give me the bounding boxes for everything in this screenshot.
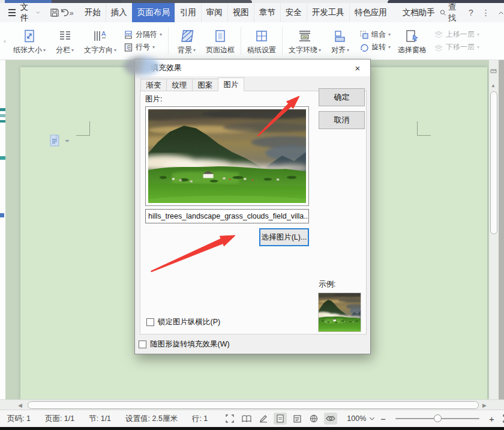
tab-insert[interactable]: 插入 (106, 3, 132, 22)
fullscreen-icon[interactable] (223, 413, 236, 425)
save-button[interactable] (50, 6, 59, 19)
bring-forward-label: 上移一层 (446, 29, 475, 40)
divider (282, 27, 283, 55)
rotate-icon (359, 43, 369, 52)
lock-aspect-checkbox-row[interactable]: 锁定图片纵横比(P) (146, 317, 220, 327)
selection-pane-label: 选择窗格 (398, 45, 427, 55)
select-picture-button[interactable]: 选择图片(L)... (259, 228, 309, 246)
find-button[interactable]: 查找 (440, 2, 460, 23)
sample-label: 示例: (319, 279, 335, 289)
vertical-scroll-thumb[interactable] (490, 91, 497, 234)
columns-label: 分栏 (56, 45, 70, 55)
paper-size-button[interactable]: 纸张大小▾ (10, 22, 49, 59)
more-menu-icon[interactable]: ⋮ (482, 8, 490, 17)
columns-button[interactable]: 分栏▾ (49, 22, 80, 59)
text-wrap-button[interactable]: 文字环绕▾ (285, 22, 325, 59)
chevron-down-icon (36, 11, 40, 14)
rotate-fill-checkbox-row[interactable]: 随图形旋转填充效果(W) (139, 339, 230, 350)
tab-special-apps[interactable]: 特色应用 (349, 3, 392, 22)
scroll-left-icon[interactable]: ◀ (18, 402, 22, 408)
page-border-label: 页面边框 (206, 45, 235, 55)
line-numbers-button[interactable]: 1 行号▾ (124, 42, 162, 52)
menu-bar: 文件 » 开始 插入 页面布局 引用 审阅 视图 章节 安全 开发工具 特色应用… (0, 3, 504, 22)
dialog-tabs: 渐变 纹理 图案 图片 (140, 77, 244, 91)
print-layout-icon[interactable] (274, 413, 287, 425)
lock-aspect-checkbox[interactable] (146, 318, 154, 326)
dialog-titlebar[interactable]: 填充效果 (135, 59, 370, 76)
selection-pane-button[interactable]: 选择窗格 (394, 22, 430, 59)
manuscript-grid-button[interactable]: 稿纸设置 (244, 22, 280, 59)
status-section[interactable]: 节: 1/1 (82, 414, 118, 424)
zoom-slider-handle[interactable] (434, 414, 442, 422)
eye-protection-icon[interactable] (324, 413, 337, 425)
status-page-count[interactable]: 页面: 1/1 (38, 414, 82, 424)
close-icon[interactable]: × (350, 61, 365, 74)
cancel-button[interactable]: 取消 (319, 111, 365, 129)
text-direction-button[interactable]: A 文字方向▾ (80, 22, 120, 59)
align-button[interactable]: 对齐▾ (325, 22, 356, 59)
tab-picture[interactable]: 图片 (218, 77, 244, 91)
align-label: 对齐 (331, 45, 346, 55)
picture-label: 图片: (145, 94, 162, 104)
dialog-title: 填充效果 (151, 62, 182, 73)
status-setting-value[interactable]: 设置值: 2.5厘米 (118, 414, 185, 424)
group-icon (359, 30, 369, 40)
collapse-ribbon-icon[interactable] (499, 11, 503, 15)
tab-page-layout[interactable]: 页面布局 (132, 3, 175, 22)
help-icon[interactable]: ? (469, 8, 473, 17)
tab-references[interactable]: 引用 (175, 3, 201, 22)
status-line[interactable]: 行: 1 (185, 414, 215, 424)
landscape-image (148, 109, 306, 203)
ribbon-tab-strip: 开始 插入 页面布局 引用 审阅 视图 章节 安全 开发工具 特色应用 文档助手 (80, 3, 440, 22)
breaks-button[interactable]: 分隔符▾ (124, 29, 162, 40)
tab-dev-tools[interactable]: 开发工具 (307, 3, 349, 22)
status-page-number[interactable]: 页码: 1 (0, 414, 38, 424)
undo-button[interactable] (59, 6, 70, 19)
web-layout-icon[interactable] (307, 413, 320, 425)
tab-gradient[interactable]: 渐变 (140, 79, 167, 91)
breaks-label: 分隔符 (136, 29, 157, 40)
tab-section[interactable]: 章节 (254, 3, 280, 22)
zoom-value[interactable]: 100% (347, 414, 366, 423)
filename-field[interactable]: hills_trees_landscape_grass_clouds_field… (145, 209, 309, 223)
background-button[interactable]: 背景▾ (171, 22, 202, 59)
tab-security[interactable]: 安全 (280, 3, 307, 22)
tab-doc-assistant[interactable]: 文档助手 (398, 3, 440, 22)
scroll-up-icon[interactable]: ▲ (491, 83, 496, 88)
page-border-button[interactable]: 页面边框 (202, 22, 238, 59)
zoom-slider[interactable] (395, 414, 479, 423)
picture-preview (145, 106, 309, 206)
book-view-icon[interactable] (240, 413, 253, 425)
group-button[interactable]: 组合▾ (359, 29, 391, 40)
ok-button[interactable]: 确定 (319, 88, 365, 106)
more-commands-button[interactable]: » (70, 6, 74, 19)
search-icon (440, 8, 446, 17)
tab-texture[interactable]: 纹理 (166, 79, 193, 91)
bring-forward-icon (434, 30, 443, 40)
hamburger-icon[interactable] (8, 9, 16, 16)
rotate-label: 旋转 (371, 42, 386, 52)
collapse-panel-icon[interactable]: ‹ (0, 22, 10, 59)
tab-review[interactable]: 审阅 (201, 3, 227, 22)
outline-view-icon[interactable] (290, 413, 304, 425)
ruler-toggle-icon[interactable] (490, 67, 497, 76)
align-icon (333, 26, 347, 43)
rotate-button[interactable]: 旋转▾ (359, 42, 391, 52)
fit-page-icon[interactable] (500, 413, 504, 425)
vertical-scrollbar[interactable]: ▲ (489, 60, 499, 399)
horizontal-scroll-thumb[interactable] (28, 401, 479, 409)
ink-pen-icon[interactable] (257, 413, 270, 425)
zoom-in-button[interactable]: + (487, 414, 497, 424)
page-settings-widget[interactable] (49, 135, 70, 148)
zoom-out-button[interactable]: − (378, 414, 388, 424)
bring-forward-button: 上移一层▾ (434, 29, 479, 40)
tab-pattern[interactable]: 图案 (192, 79, 218, 91)
zoom-dropdown-icon[interactable] (370, 417, 374, 420)
file-menu[interactable]: 文件 (20, 2, 32, 23)
rotate-fill-checkbox[interactable] (139, 341, 146, 348)
tab-home[interactable]: 开始 (80, 3, 106, 22)
tab-view[interactable]: 视图 (227, 3, 254, 22)
margin-mark-top-left (76, 121, 90, 136)
scroll-right-icon[interactable]: ▶ (482, 402, 487, 408)
horizontal-scrollbar[interactable]: ◀ ▶ (0, 399, 504, 410)
